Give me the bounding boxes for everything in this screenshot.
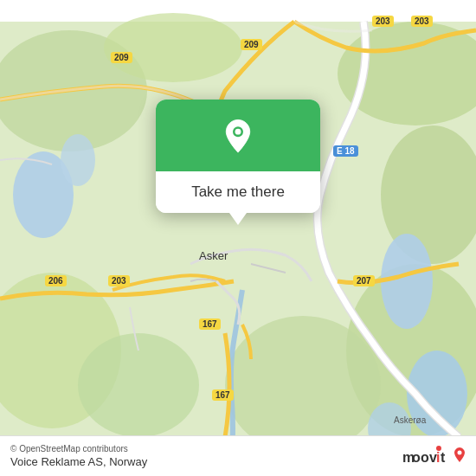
svg-point-22 [436, 446, 441, 451]
popup-green-header [156, 100, 320, 171]
popup-card: Take me there [156, 100, 320, 213]
road-label-203a: 203 [372, 16, 394, 27]
bottom-left-info: © OpenStreetMap contributors Voice Rekla… [10, 444, 147, 468]
road-label-e18: E 18 [333, 145, 358, 157]
svg-point-23 [458, 451, 462, 455]
city-label-asker: Asker [199, 249, 228, 262]
popup-arrow [229, 213, 247, 225]
location-pin-icon [217, 117, 259, 158]
popup-bottom[interactable]: Take me there [156, 171, 320, 213]
location-name: Voice Reklame AS, Norway [10, 455, 147, 468]
road-label-206: 206 [45, 275, 67, 286]
svg-point-2 [104, 13, 242, 82]
svg-point-10 [61, 134, 95, 186]
map-container: 203 203 209 209 E 18 206 203 207 167 167… [0, 0, 476, 476]
road-label-203c: 203 [108, 275, 130, 286]
place-label-askeroea: Askerøa [394, 415, 426, 425]
road-label-167a: 167 [199, 318, 221, 330]
road-label-203b: 203 [411, 16, 433, 27]
road-label-209a: 209 [111, 52, 132, 63]
road-label-167b: 167 [212, 389, 234, 401]
moovit-logo-svg: m o o v i t [401, 443, 466, 469]
svg-point-15 [235, 129, 241, 135]
svg-text:o: o [421, 450, 429, 465]
road-label-209b: 209 [241, 39, 262, 50]
take-me-there-button[interactable]: Take me there [191, 183, 285, 200]
moovit-logo[interactable]: m o o v i t [401, 443, 466, 469]
bottom-bar: © OpenStreetMap contributors Voice Rekla… [0, 435, 476, 476]
svg-text:i: i [436, 450, 440, 465]
copyright-text: © OpenStreetMap contributors [10, 444, 147, 453]
road-label-207: 207 [353, 275, 375, 286]
svg-text:o: o [412, 450, 421, 465]
svg-text:t: t [441, 450, 446, 465]
